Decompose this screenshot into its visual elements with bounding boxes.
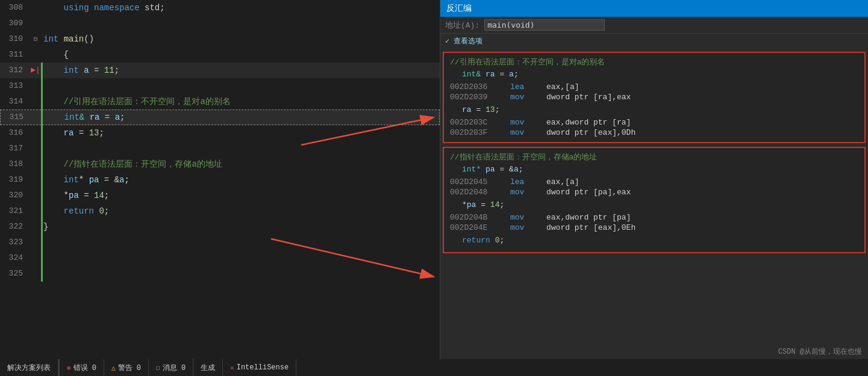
disasm-options-bar[interactable]: ✓ 查看选项 (440, 34, 868, 48)
line-num-325: 325 (0, 266, 30, 282)
line-num-320: 320 (0, 188, 30, 203)
code-line-321: 321 return 0; (0, 203, 440, 219)
disasm-box-pointer: //指针在语法层面：开空间，存储a的地址 int* pa = &a; 002D2… (443, 147, 866, 253)
line-num-324: 324 (0, 250, 30, 266)
disasm-instr-1-3: 002D203C mov eax,dword ptr [ra] (450, 118, 858, 127)
tab-build[interactable]: 生成 (193, 359, 223, 376)
line-content-319: int* pa = &a; (41, 172, 440, 188)
line-content-320: *pa = 14; (41, 188, 440, 203)
line-content-322: } (41, 219, 440, 235)
disasm-box-reference: //引用在语法层面：不开空间，是对a的别名 int& ra = a; 002D2… (443, 52, 866, 143)
code-line-312: 312 ▶| int a = 11; (0, 63, 440, 78)
line-content-308: using namespace std; (41, 0, 440, 16)
tab-intellisense[interactable]: ✕ IntelliSense (223, 359, 296, 376)
line-num-317: 317 (0, 141, 30, 156)
disasm-box2-stmt: int* pa = &a; (450, 165, 858, 174)
disasm-box1-stmt2: ra = 13; (450, 105, 858, 114)
code-line-309: 309 (0, 16, 440, 31)
code-line-323: 323 (0, 235, 440, 250)
disasm-box2-stmt3: return 0; (450, 236, 858, 245)
bottom-tabs: 解决方案列表 ⊗ 错误 0 △ 警告 0 ◻ 消息 0 生成 ✕ Intelli… (0, 359, 868, 376)
tab-warnings[interactable]: △ 警告 0 (104, 359, 149, 376)
tab-solution-explorer[interactable]: 解决方案列表 (0, 359, 58, 376)
error-icon: ⊗ (67, 364, 71, 372)
gutter-310[interactable]: ⊟ (30, 31, 41, 47)
disasm-instr-2-3: 002D204B mov eax,dword ptr [pa] (450, 213, 858, 222)
main-area: 308 using namespace std; 309 310 ⊟ int m… (0, 0, 868, 359)
line-num-321: 321 (0, 203, 30, 219)
tab-warnings-label: 警告 0 (118, 363, 141, 373)
disasm-address-bar: 地址(A): (440, 17, 868, 34)
disasm-instr-1-4: 002D203F mov dword ptr [eax],0Dh (450, 128, 858, 137)
tab-messages[interactable]: ◻ 消息 0 (149, 359, 193, 376)
intellisense-icon: ✕ (230, 364, 234, 372)
disasm-instr-2-2: 002D2048 mov dword ptr [pa],eax (450, 188, 858, 197)
line-num-309: 309 (0, 16, 30, 31)
line-num-311: 311 (0, 47, 30, 63)
disasm-instr-1-2: 002D2039 mov dword ptr [ra],eax (450, 93, 858, 102)
line-num-323: 323 (0, 235, 30, 250)
line-content-321: return 0; (41, 203, 440, 219)
disasm-body: //引用在语法层面：不开空间，是对a的别名 int& ra = a; 002D2… (440, 48, 868, 359)
disasm-instr-2-4: 002D204E mov dword ptr [eax],0Eh (450, 223, 858, 232)
code-line-310: 310 ⊟ int main() (0, 31, 440, 47)
code-line-316: 316 ra = 13; (0, 125, 440, 141)
line-num-313: 313 (0, 78, 30, 94)
disasm-address-label: 地址(A): (445, 20, 479, 31)
code-line-320: 320 *pa = 14; (0, 188, 440, 203)
line-content-316: ra = 13; (41, 125, 440, 141)
line-num-319: 319 (0, 172, 30, 188)
disasm-instr-2-1: 002D2045 lea eax,[a] (450, 177, 858, 186)
line-num-318: 318 (0, 156, 30, 172)
code-line-308: 308 using namespace std; (0, 0, 440, 16)
tab-solution-label: 解决方案列表 (7, 363, 51, 373)
disasm-panel: 反汇编 地址(A): ✓ 查看选项 //引用在语法层面：不开空间，是对a的别名 … (440, 0, 868, 359)
code-editor: 308 using namespace std; 309 310 ⊟ int m… (0, 0, 440, 359)
disasm-box2-stmt2: *pa = 14; (450, 200, 858, 209)
gutter-312: ▶| (30, 63, 41, 78)
disasm-box1-comment: //引用在语法层面：不开空间，是对a的别名 (450, 57, 858, 67)
code-line-324: 324 (0, 250, 440, 266)
code-lines: 308 using namespace std; 309 310 ⊟ int m… (0, 0, 440, 282)
tab-errors[interactable]: ⊗ 错误 0 (60, 359, 104, 376)
disasm-address-input[interactable] (484, 19, 605, 31)
line-num-314: 314 (0, 94, 30, 109)
warning-icon: △ (111, 364, 116, 372)
code-line-314: 314 //引用在语法层面：不开空间，是对a的别名 (0, 94, 440, 109)
line-content-312: int a = 11; (41, 63, 440, 78)
tab-intellisense-label: IntelliSense (237, 363, 289, 372)
tab-errors-label: 错误 0 (73, 363, 96, 373)
disasm-title: 反汇编 (446, 3, 472, 14)
tab-build-label: 生成 (201, 363, 215, 373)
line-num-322: 322 (0, 219, 30, 235)
tab-messages-label: 消息 0 (163, 363, 186, 373)
bottom-bar: 解决方案列表 ⊗ 错误 0 △ 警告 0 ◻ 消息 0 生成 ✕ Intelli… (0, 359, 868, 376)
code-line-319: 319 int* pa = &a; (0, 172, 440, 188)
disasm-options-text: ✓ 查看选项 (445, 36, 482, 46)
disasm-box1-stmt: int& ra = a; (450, 70, 858, 79)
line-content-314: //引用在语法层面：不开空间，是对a的别名 (41, 94, 440, 109)
line-content-311: { (41, 47, 440, 63)
disasm-title-bar: 反汇编 (440, 0, 868, 17)
code-line-311: 311 { (0, 47, 440, 63)
code-line-315: 315 int& ra = a; (0, 109, 440, 125)
line-num-315: 315 (1, 109, 31, 125)
code-line-325: 325 (0, 266, 440, 282)
line-content-315: int& ra = a; (42, 109, 439, 125)
line-num-316: 316 (0, 125, 30, 141)
line-content-318: //指针在语法层面：开空间，存储a的地址 (41, 156, 440, 172)
green-border-line (41, 63, 43, 282)
line-num-310: 310 (0, 31, 30, 47)
disasm-instr-1-1: 002D2036 lea eax,[a] (450, 82, 858, 91)
code-line-317: 317 (0, 141, 440, 156)
line-num-312: 312 (0, 63, 30, 78)
code-line-322: 322 } (0, 219, 440, 235)
line-num-308: 308 (0, 0, 30, 16)
code-line-313: 313 (0, 78, 440, 94)
watermark: CSDN @从前慢，现在也慢 (778, 347, 862, 357)
line-content-310: int main() (41, 31, 440, 47)
message-icon: ◻ (156, 364, 160, 372)
disasm-box2-comment: //指针在语法层面：开空间，存储a的地址 (450, 152, 858, 162)
code-line-318: 318 //指针在语法层面：开空间，存储a的地址 (0, 156, 440, 172)
